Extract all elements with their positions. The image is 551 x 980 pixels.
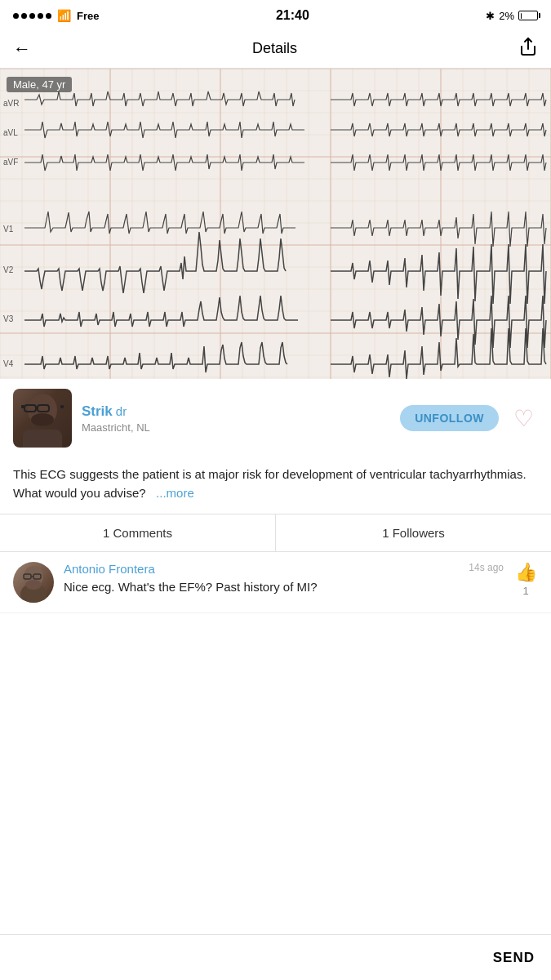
tab-comments[interactable]: 1 Comments bbox=[0, 514, 276, 551]
comment-text: Nice ecg. What's the EF%? Past history o… bbox=[64, 578, 504, 595]
wifi-icon: 📶 bbox=[57, 9, 71, 22]
signal-dot-2 bbox=[21, 13, 27, 19]
thumbs-up-icon: 👍 bbox=[515, 562, 537, 583]
svg-text:aVF: aVF bbox=[3, 158, 18, 167]
share-button[interactable] bbox=[518, 37, 538, 61]
description-text: This ECG suggests the patient is at majo… bbox=[13, 467, 527, 500]
profile-degree: dr bbox=[116, 404, 127, 418]
signal-dot-3 bbox=[29, 13, 35, 19]
time-display: 21:40 bbox=[276, 8, 309, 23]
signal-dot-4 bbox=[38, 13, 43, 19]
svg-text:V2: V2 bbox=[3, 265, 14, 274]
send-bar: SEND bbox=[0, 934, 551, 980]
carrier-label: Free bbox=[77, 10, 99, 22]
tabs-row: 1 Comments 1 Followers bbox=[0, 514, 551, 552]
send-button[interactable]: SEND bbox=[493, 950, 535, 966]
page-content: 📶 Free 21:40 ✱ 2% ← Details Male, 47 bbox=[0, 0, 551, 980]
patient-label: Male, 47 yr bbox=[7, 77, 72, 92]
profile-actions: UNFOLLOW ♡ bbox=[400, 403, 538, 433]
nav-title: Details bbox=[252, 40, 297, 57]
svg-text:V3: V3 bbox=[3, 314, 14, 323]
status-right: ✱ 2% bbox=[486, 10, 538, 22]
battery-percent: 2% bbox=[499, 10, 514, 22]
svg-rect-64 bbox=[60, 405, 64, 408]
avatar bbox=[13, 389, 72, 448]
svg-rect-63 bbox=[21, 405, 24, 408]
unfollow-button[interactable]: UNFOLLOW bbox=[400, 405, 499, 431]
more-link[interactable]: ...more bbox=[156, 486, 194, 500]
svg-rect-66 bbox=[23, 430, 62, 448]
battery-body bbox=[518, 11, 538, 20]
profile-name-row: Strik dr bbox=[82, 403, 390, 420]
like-count: 1 bbox=[522, 585, 528, 597]
nav-bar: ← Details bbox=[0, 29, 551, 69]
comment-header: Antonio Frontera 14s ago bbox=[64, 562, 504, 576]
profile-info: Strik dr Maastricht, NL bbox=[82, 403, 390, 434]
signal-dot-1 bbox=[13, 13, 19, 19]
status-left: 📶 Free bbox=[13, 9, 99, 22]
comment-like[interactable]: 👍 1 bbox=[513, 562, 538, 597]
svg-text:aVR: aVR bbox=[3, 99, 19, 108]
battery-icon bbox=[518, 11, 538, 20]
profile-location: Maastricht, NL bbox=[82, 421, 390, 434]
svg-point-65 bbox=[31, 413, 54, 426]
heart-icon: ♡ bbox=[513, 405, 534, 432]
tab-followers[interactable]: 1 Followers bbox=[276, 514, 551, 551]
heart-button[interactable]: ♡ bbox=[509, 403, 538, 433]
svg-point-69 bbox=[25, 580, 42, 590]
battery-fill bbox=[521, 13, 522, 19]
ecg-image: Male, 47 yr bbox=[0, 69, 551, 379]
comment-body: Antonio Frontera 14s ago Nice ecg. What'… bbox=[64, 562, 504, 595]
svg-rect-1 bbox=[0, 69, 551, 379]
comment-author[interactable]: Antonio Frontera bbox=[64, 562, 155, 576]
profile-name[interactable]: Strik bbox=[82, 403, 113, 420]
bluetooth-icon: ✱ bbox=[486, 10, 495, 22]
back-button[interactable]: ← bbox=[13, 40, 31, 58]
status-bar: 📶 Free 21:40 ✱ 2% bbox=[0, 0, 551, 29]
svg-text:aVL: aVL bbox=[3, 128, 18, 137]
comment-time: 14s ago bbox=[469, 562, 504, 573]
post-description: This ECG suggests the patient is at majo… bbox=[0, 457, 551, 514]
comment-row: Antonio Frontera 14s ago Nice ecg. What'… bbox=[0, 552, 551, 613]
commenter-avatar bbox=[13, 562, 54, 603]
profile-row: Strik dr Maastricht, NL UNFOLLOW ♡ bbox=[0, 379, 551, 457]
content-spacer bbox=[0, 613, 551, 940]
svg-text:V1: V1 bbox=[3, 225, 14, 234]
svg-text:V4: V4 bbox=[3, 359, 14, 368]
signal-dot-5 bbox=[46, 13, 51, 19]
